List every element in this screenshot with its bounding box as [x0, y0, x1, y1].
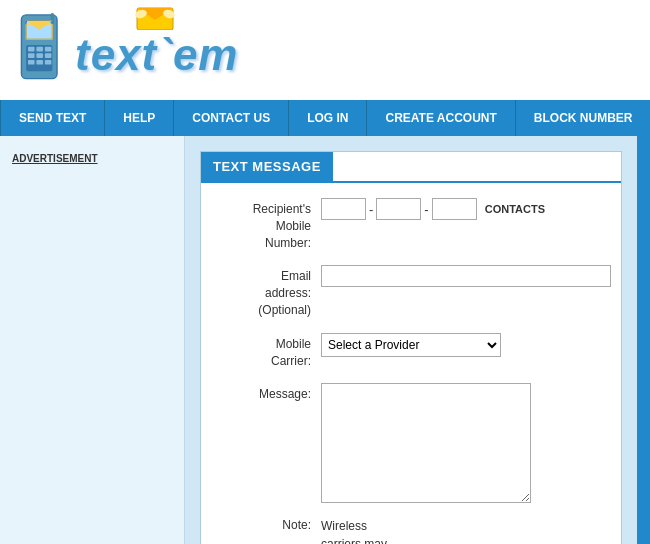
email-label: Email address: (Optional)	[211, 265, 321, 318]
logo-brand-text: text`em	[75, 30, 239, 80]
note-row: Note: Wireless carriers may charge fees …	[211, 517, 611, 544]
svg-rect-7	[36, 53, 43, 58]
advertisement-label: ADVERTISEMENT	[12, 153, 98, 164]
email-row: Email address: (Optional)	[211, 265, 611, 318]
message-label: Message:	[211, 383, 321, 403]
logo-phone-icon	[15, 13, 70, 88]
phone-label: Recipient's Mobile Number:	[211, 198, 321, 251]
note-text-wrapper: Wireless carriers may charge fees for re…	[321, 517, 611, 544]
navbar: SEND TEXT HELP CONTACT US LOG IN CREATE …	[0, 100, 650, 136]
nav-block-number[interactable]: BLOCK NUMBER	[516, 100, 650, 136]
logo-text-area: text`em	[75, 20, 239, 80]
svg-rect-10	[36, 59, 43, 64]
text-message-panel: TEXT MESSAGE Recipient's Mobile Number: …	[200, 151, 622, 544]
contacts-link[interactable]: CONTACTS	[485, 203, 545, 215]
content-wrapper: ADVERTISEMENT TEXT MESSAGE Recipient's M…	[0, 136, 650, 544]
svg-rect-8	[45, 53, 52, 58]
main-content: TEXT MESSAGE Recipient's Mobile Number: …	[185, 136, 637, 544]
right-strip	[637, 136, 650, 544]
phone-number-row: Recipient's Mobile Number: - - CONTACTS	[211, 198, 611, 251]
form-body: Recipient's Mobile Number: - - CONTACTS …	[201, 183, 621, 544]
email-input[interactable]	[321, 265, 611, 287]
phone-field: - - CONTACTS	[321, 198, 611, 220]
svg-rect-12	[50, 13, 54, 24]
nav-log-in[interactable]: LOG IN	[289, 100, 367, 136]
header: text`em	[0, 0, 650, 100]
svg-rect-6	[28, 53, 35, 58]
logo-area: text`em	[15, 13, 239, 88]
note-label: Note:	[211, 517, 321, 534]
message-field-wrapper	[321, 383, 611, 503]
svg-rect-4	[36, 46, 43, 51]
svg-rect-3	[28, 46, 35, 51]
phone-area-code[interactable]	[321, 198, 366, 220]
svg-rect-11	[45, 59, 52, 64]
nav-create-account[interactable]: CREATE ACCOUNT	[367, 100, 515, 136]
svg-rect-9	[28, 59, 35, 64]
carrier-select[interactable]: Select a ProviderAT&TVerizonT-MobileSpri…	[321, 333, 501, 357]
message-row: Message:	[211, 383, 611, 503]
message-textarea[interactable]	[321, 383, 531, 503]
svg-rect-5	[45, 46, 52, 51]
phone-prefix[interactable]	[376, 198, 421, 220]
phone-line[interactable]	[432, 198, 477, 220]
phone-dash-2: -	[424, 202, 428, 217]
nav-contact-us[interactable]: CONTACT US	[174, 100, 289, 136]
note-text: Wireless carriers may charge fees for re…	[321, 517, 387, 544]
carrier-row: Mobile Carrier: Select a ProviderAT&TVer…	[211, 333, 611, 370]
carrier-label: Mobile Carrier:	[211, 333, 321, 370]
panel-title: TEXT MESSAGE	[201, 152, 333, 181]
sidebar: ADVERTISEMENT	[0, 136, 185, 544]
email-field-wrapper	[321, 265, 611, 287]
nav-help[interactable]: HELP	[105, 100, 174, 136]
phone-dash-1: -	[369, 202, 373, 217]
carrier-field-wrapper: Select a ProviderAT&TVerizonT-MobileSpri…	[321, 333, 611, 357]
nav-send-text[interactable]: SEND TEXT	[0, 100, 105, 136]
